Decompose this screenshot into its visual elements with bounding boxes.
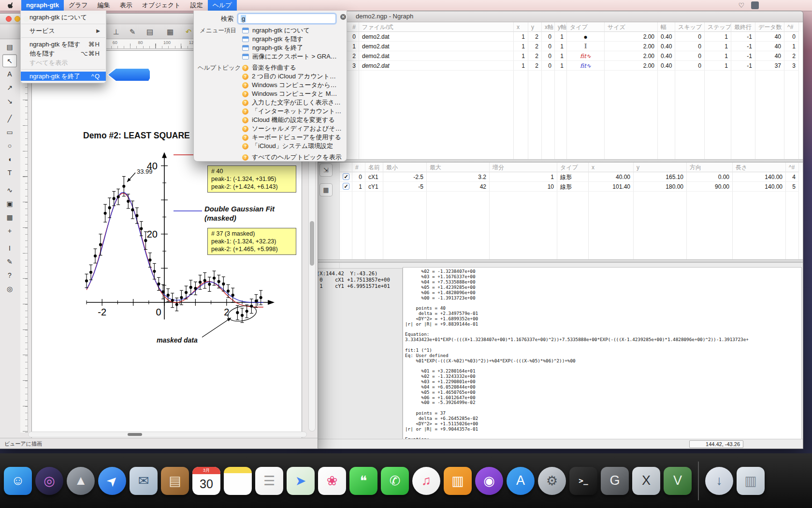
ellipse-tool[interactable]: ○ (2, 139, 17, 152)
help-topic-result[interactable]: ?Windows コンピュータから… (194, 81, 347, 90)
rectangle-tool[interactable]: ▭ (2, 126, 17, 139)
maps-dock-icon[interactable]: ➤ (287, 467, 315, 495)
apple-logo-icon[interactable] (0, 0, 21, 11)
zoom-tool[interactable]: ◎ (2, 283, 17, 296)
finder-dock-icon[interactable]: ☺ (4, 467, 32, 495)
app-menu-item[interactable]: ngraph-gtk を隠す⌘H (21, 40, 106, 49)
axis-table-pane[interactable]: #名前最小最大増分タイプxy方向長さ^#✓0cX1-2.53.21線形40.00… (340, 163, 803, 259)
pencil-icon[interactable]: ✎ (127, 26, 138, 37)
help-topic-result[interactable]: ?キーボードビューアを使用する (194, 133, 347, 142)
app-menu-item[interactable]: ngraph-gtk を終了^Q (21, 72, 106, 81)
text-tool[interactable]: T (2, 166, 17, 179)
pane-splitter-2[interactable] (312, 259, 803, 263)
help-topic-result[interactable]: ?2 つ目の iCloud アカウント… (194, 72, 347, 81)
file-table-pane[interactable]: #ファイル/式xyx軸y軸タイプサイズ幅スキップステップ最終行データ数^#0de… (340, 22, 803, 159)
app-menu-item[interactable]: すべてを表示 (21, 58, 106, 67)
help-menu-result[interactable]: メニュー項目ngraph-gtk について (194, 26, 347, 35)
help-topic-result[interactable]: ?「iCloud」システム環境設定 (194, 142, 347, 150)
help-menu-result[interactable]: ngraph-gtk を隠す (194, 35, 347, 44)
close-popup-icon[interactable]: ✕ (339, 13, 347, 21)
trash-dock-icon[interactable]: ▥ (737, 467, 765, 495)
draw-tool[interactable]: ✎ (2, 255, 17, 269)
minimize-window-button[interactable] (14, 16, 20, 22)
help-menu-result[interactable]: ngraph-gtk を終了 (194, 44, 347, 52)
axis-scale-button[interactable]: ⇲ (319, 164, 333, 177)
errorbar-tool[interactable]: I (2, 242, 17, 255)
section-tool[interactable]: ▦ (2, 211, 17, 224)
table-row[interactable]: 2demo2.dat1201fit∿2.000.4001-1402 (340, 51, 803, 61)
input-source-menu-icon[interactable] (751, 1, 759, 9)
safari-dock-icon[interactable]: ➤ (98, 467, 126, 495)
calendar-dock-icon[interactable]: 3月30 (192, 467, 220, 495)
gimp-dock-icon[interactable]: G (601, 467, 629, 495)
terminal-dock-icon[interactable]: >_ (569, 467, 597, 495)
checkbox[interactable]: ✓ (343, 173, 349, 180)
menu-編集[interactable]: 編集 (93, 0, 115, 11)
axis-pointer-tool[interactable]: ↘ (2, 95, 17, 108)
print-icon[interactable]: ▤ (144, 26, 156, 37)
gauss-tool[interactable]: ∿ (2, 184, 17, 197)
eval-tool[interactable]: ? (2, 269, 17, 282)
launchpad-dock-icon[interactable]: ▲ (67, 467, 95, 495)
help-menu-result[interactable]: 画像にエクスポート > GRA… (194, 52, 347, 61)
close-window-button[interactable] (6, 16, 12, 22)
macvim-dock-icon[interactable]: V (664, 467, 692, 495)
keypad-icon[interactable]: ▦ (164, 26, 176, 37)
facetime-dock-icon[interactable]: ✆ (381, 467, 409, 495)
app-menu-item[interactable]: ngraph-gtk について (21, 13, 106, 22)
help-topic-result[interactable]: ?「インターネットアカウント… (194, 107, 347, 116)
ibooks-dock-icon[interactable]: ▥ (444, 467, 472, 495)
page-tool[interactable]: ▤ (2, 41, 17, 54)
menu-ngraph-gtk[interactable]: ngraph-gtk (21, 0, 64, 11)
menu-ヘルプ[interactable]: ヘルプ (208, 0, 237, 11)
table-row[interactable]: 1demo2.dat1201I2.000.4001-1401 (340, 42, 803, 51)
show-all-help-topics[interactable]: ?すべてのヘルプトピックを表示 (194, 153, 347, 162)
cross-tool[interactable]: + (2, 224, 17, 238)
menu-設定[interactable]: 設定 (186, 0, 208, 11)
xquartz-dock-icon[interactable]: X (632, 467, 660, 495)
reminders-dock-icon[interactable]: ☰ (255, 467, 283, 495)
contacts-dock-icon[interactable]: ▤ (161, 467, 189, 495)
text-pointer-tool[interactable]: A (2, 68, 17, 81)
app-menu-item[interactable]: 他を隠す⌥⌘H (21, 49, 106, 58)
vertical-scrollbar-thumb[interactable] (310, 221, 314, 266)
siri-dock-icon[interactable]: ◎ (35, 467, 63, 495)
menu-オブジェクト[interactable]: オブジェクト (137, 0, 186, 11)
menu-グラフ[interactable]: グラフ (64, 0, 93, 11)
horizontal-scrollbar[interactable] (28, 432, 307, 437)
arc-tool[interactable]: ◖ (2, 153, 17, 166)
help-search-input[interactable]: g (238, 14, 336, 24)
app-store-dock-icon[interactable]: A (507, 467, 535, 495)
pane-splitter-1[interactable] (312, 159, 803, 163)
help-topic-result[interactable]: ヘルプトピック?音楽を作曲する (194, 63, 347, 72)
grid-settings-button[interactable]: ▦ (319, 183, 333, 196)
podcasts-dock-icon[interactable]: ◉ (475, 467, 503, 495)
horizontal-scrollbar-thumb[interactable] (128, 433, 142, 436)
main-window-title-bar[interactable]: demo2.ngp - Ngraph (312, 11, 803, 22)
table-row[interactable]: 3demo2.dat1201fit∿2.000.4001-1373 (340, 61, 803, 71)
axis-settings-icon[interactable]: ⊥ (110, 26, 122, 37)
photos-dock-icon[interactable]: ❀ (318, 467, 346, 495)
checkbox[interactable]: ✓ (343, 183, 349, 190)
notes-dock-icon[interactable] (224, 467, 252, 495)
menu-表示[interactable]: 表示 (115, 0, 137, 11)
app-menu-item[interactable]: サービス▶ (21, 26, 106, 35)
heart-menu-icon[interactable]: ♡ (738, 1, 744, 9)
table-row[interactable]: ✓1cY1-54210線形101.40180.0090.00140.005 (340, 182, 803, 192)
mail-dock-icon[interactable]: ✉ (130, 467, 158, 495)
table-row[interactable]: ✓0cX1-2.53.21線形40.00165.100.00140.004 (340, 172, 803, 182)
line-tool[interactable]: ╱ (2, 112, 17, 125)
system-preferences-dock-icon[interactable]: ⚙ (538, 467, 566, 495)
downloads-dock-icon[interactable]: ↓ (705, 467, 733, 495)
help-topic-result[interactable]: ?iCloud 機能の設定を変更する (194, 116, 347, 124)
pointer-tool[interactable]: ↖ (2, 54, 17, 67)
help-topic-result[interactable]: ?入力した文字が正しく表示さ… (194, 98, 347, 107)
table-row[interactable]: 0demo2.dat1201●2.000.4001-1400 (340, 32, 803, 42)
itunes-dock-icon[interactable]: ♫ (412, 467, 440, 495)
fit-output-console[interactable]: %02 = -1.3238407e+00 %03 = +1.1676337e+0… (403, 267, 802, 444)
help-topic-result[interactable]: ?Windows コンピュータと M… (194, 90, 347, 98)
help-topic-result[interactable]: ?ソーシャルメディアおよびそ… (194, 124, 347, 133)
legend-pointer-tool[interactable]: ↗ (2, 81, 17, 94)
frame-tool[interactable]: ▣ (2, 197, 17, 210)
messages-dock-icon[interactable]: ❝ (349, 467, 377, 495)
